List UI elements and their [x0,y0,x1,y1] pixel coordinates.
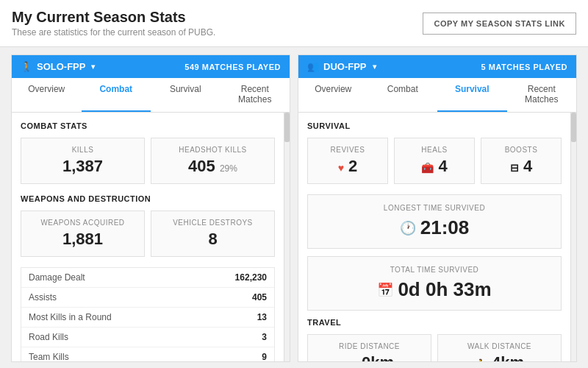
longest-time-value: 🕐 21:08 [317,216,552,239]
table-row: Road Kills 3 [21,328,274,347]
heart-icon: ♥ [338,162,344,174]
vehicle-destroys-box: VEHICLE DESTROYS 8 [151,210,275,257]
table-row: Most Kills in a Round 13 [21,308,274,328]
duo-tab-combat[interactable]: Combat [368,78,438,112]
headshot-kills-box: HEADSHOT KILLS 405 29% [151,138,275,184]
solo-person-icon: 🚶 [21,61,32,72]
duo-mode-label: DUO-FPP [323,61,367,72]
kills-box: KILLS 1,387 [21,138,145,184]
duo-tab-overview[interactable]: Overview [298,78,368,112]
headshot-kills-value: 405 29% [159,157,267,176]
weapons-row: WEAPONS ACQUIRED 1,881 VEHICLE DESTROYS … [21,210,275,257]
kills-row: KILLS 1,387 HEADSHOT KILLS 405 29% [21,138,275,184]
duo-tabs: Overview Combat Survival Recent Matches [298,78,576,113]
boosts-label: BOOSTS [489,146,553,154]
duo-tab-survival[interactable]: Survival [437,78,507,112]
combat-stats-title: COMBAT STATS [21,121,275,130]
duo-tab-recent-matches[interactable]: Recent Matches [507,78,577,112]
ride-distance-label: RIDE DISTANCE [315,342,423,350]
duo-scrollbar-thumb [571,113,576,142]
solo-panel-content: COMBAT STATS KILLS 1,387 HEADSHOT KILLS … [12,113,284,361]
solo-stats-table: Damage Dealt 162,230 Assists 405 Most Ki… [21,267,275,361]
weapons-destruction-title: WEAPONS AND DESTRUCTION [21,194,275,203]
duo-chevron-icon: ▾ [373,63,376,71]
headshot-kills-label: HEADSHOT KILLS [159,146,267,154]
heals-label: HEALS [402,146,467,154]
duo-mode-selector[interactable]: 👥 DUO-FPP ▾ [307,61,376,72]
boosts-value: ⊟ 4 [489,157,553,176]
duo-panel-content: SURVIVAL REVIVES ♥ 2 HEALS 🧰 4 [298,113,570,361]
kills-value: 1,387 [29,157,137,176]
boosts-box: BOOSTS ⊟ 4 [481,138,562,184]
ride-distance-box: RIDE DISTANCE 🚗 0km [307,334,431,361]
vehicle-destroys-value: 8 [159,230,267,249]
solo-tab-combat[interactable]: Combat [82,78,151,112]
panels-container: 🚶 SOLO-FPP ▾ 549 MATCHES PLAYED Overview… [0,47,588,362]
clock-icon: 🕐 [400,220,416,236]
walk-icon: 🚶 [475,358,487,361]
calendar-icon: 📅 [377,282,393,298]
solo-tabs: Overview Combat Survival Recent Matches [12,78,290,113]
duo-panel-header: 👥 DUO-FPP ▾ 5 MATCHES PLAYED [298,55,576,78]
page-title: My Current Season Stats [12,9,215,26]
walk-distance-box: WALK DISTANCE 🚶 4km [437,334,562,361]
weapons-acquired-label: WEAPONS ACQUIRED [29,219,137,227]
longest-time-label: LONGEST TIME SURVIVED [317,204,552,212]
duo-panel-inner: SURVIVAL REVIVES ♥ 2 HEALS 🧰 4 [298,113,576,361]
revives-label: REVIVES [315,146,380,154]
car-icon: 🚗 [345,358,357,361]
table-row: Damage Dealt 162,230 [21,268,274,288]
solo-panel: 🚶 SOLO-FPP ▾ 549 MATCHES PLAYED Overview… [11,54,290,362]
vehicle-destroys-label: VEHICLE DESTROYS [159,219,267,227]
solo-panel-header: 🚶 SOLO-FPP ▾ 549 MATCHES PLAYED [12,55,290,78]
boost-icon: ⊟ [510,162,519,174]
duo-matches-played: 5 MATCHES PLAYED [481,63,567,71]
total-time-value: 📅 0d 0h 33m [317,278,552,301]
headshot-pct: 29% [220,163,237,174]
ride-distance-value: 🚗 0km [315,353,423,361]
solo-matches-played: 549 MATCHES PLAYED [184,63,281,71]
table-row: Team Kills 9 [21,347,274,361]
total-time-box: TOTAL TIME SURVIVED 📅 0d 0h 33m [307,256,562,311]
medkit-icon: 🧰 [421,162,434,174]
revives-box: REVIVES ♥ 2 [307,138,388,184]
heals-value: 🧰 4 [402,157,467,176]
revives-value: ♥ 2 [315,157,380,176]
solo-tab-overview[interactable]: Overview [12,78,82,112]
page-subtitle: These are statistics for the current sea… [12,27,215,38]
survival-title: SURVIVAL [307,121,562,130]
solo-panel-inner: COMBAT STATS KILLS 1,387 HEADSHOT KILLS … [12,113,290,361]
kills-label: KILLS [29,146,137,154]
copy-stats-link-button[interactable]: COPY MY SEASON STATS LINK [423,13,576,35]
travel-row: RIDE DISTANCE 🚗 0km WALK DISTANCE 🚶 4km [307,334,562,361]
weapons-acquired-box: WEAPONS ACQUIRED 1,881 [21,210,145,257]
duo-scrollbar[interactable] [570,113,576,361]
heals-box: HEALS 🧰 4 [394,138,475,184]
solo-scrollbar[interactable] [284,113,290,361]
solo-scrollbar-thumb [284,113,290,142]
walk-distance-label: WALK DISTANCE [445,342,553,350]
total-time-label: TOTAL TIME SURVIVED [317,266,552,274]
solo-mode-label: SOLO-FPP [37,61,85,72]
duo-panel: 👥 DUO-FPP ▾ 5 MATCHES PLAYED Overview Co… [298,54,577,362]
page-header: My Current Season Stats These are statis… [0,0,588,47]
duo-person-icon: 👥 [307,61,319,72]
solo-mode-selector[interactable]: 🚶 SOLO-FPP ▾ [21,61,95,72]
survival-stats-row: REVIVES ♥ 2 HEALS 🧰 4 B [307,138,562,184]
walk-distance-value: 🚶 4km [445,353,553,361]
solo-tab-recent-matches[interactable]: Recent Matches [220,78,290,112]
solo-tab-survival[interactable]: Survival [151,78,220,112]
longest-time-box: LONGEST TIME SURVIVED 🕐 21:08 [307,194,562,249]
travel-title: TRAVEL [307,318,562,327]
solo-chevron-icon: ▾ [91,63,95,71]
weapons-acquired-value: 1,881 [29,230,137,249]
table-row: Assists 405 [21,288,274,308]
